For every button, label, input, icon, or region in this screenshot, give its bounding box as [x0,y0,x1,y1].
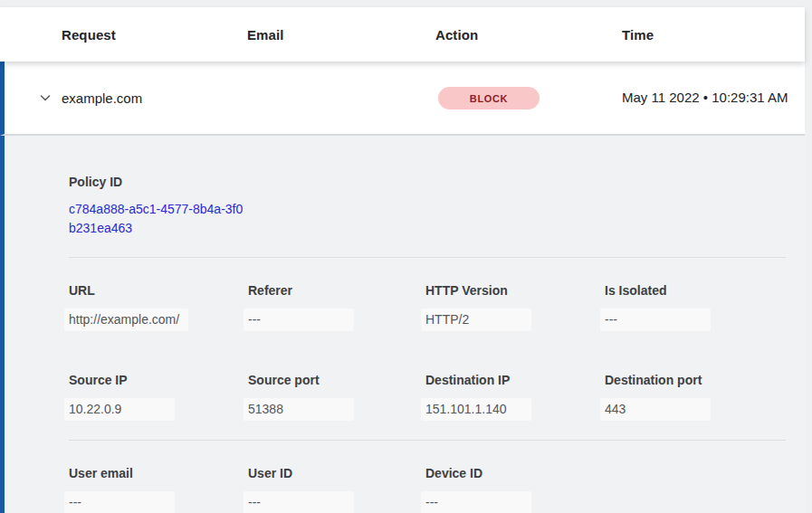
field-device-id: Device ID --- [425,466,605,513]
field-value: --- [425,491,605,513]
column-header-email: Email [247,27,435,43]
table-row[interactable]: example.com BLOCK May 11 2022 • 10:29:31… [0,62,805,136]
field-destination-port: Destination port 443 [605,373,786,421]
field-value: HTTP/2 [425,309,605,331]
field-value-text: http://example.com/ [64,309,188,331]
field-label: User email [69,466,248,480]
field-empty [605,466,786,513]
field-user-email: User email --- [69,466,248,513]
policy-id-link[interactable]: c784a888-a5c1-4577-8b4a-3f0b231ea463 [69,200,245,238]
field-value-text: 10.22.0.9 [64,398,175,421]
field-label: Source port [248,373,425,387]
field-label: Device ID [425,466,605,480]
field-value-text: 443 [600,398,711,421]
row-request-value: example.com [62,90,247,106]
row-time-value: May 11 2022 • 10:29:31 AM [622,87,805,109]
log-table: Request Email Action Time example.com BL… [0,7,805,513]
field-value: 443 [605,398,786,421]
field-value: --- [605,309,786,331]
field-value-text: --- [600,309,711,331]
policy-id-label: Policy ID [69,175,786,189]
field-value: http://example.com/ [69,309,248,331]
field-value-text: HTTP/2 [421,309,531,331]
column-header-request: Request [62,27,247,43]
field-label: User ID [248,466,425,480]
chevron-down-icon [38,90,53,105]
divider [69,440,786,441]
field-referer: Referer --- [248,283,425,331]
field-value-text: --- [244,309,354,331]
field-value-text: 151.101.1.140 [421,398,531,421]
field-value-text: --- [421,491,531,513]
field-label: Source IP [69,373,248,387]
row-details-panel: Policy ID c784a888-a5c1-4577-8b4a-3f0b23… [0,136,805,513]
divider [69,257,786,258]
field-value-text: 51388 [244,398,354,421]
field-value: 51388 [248,398,425,421]
field-value: --- [69,491,248,513]
field-is-isolated: Is Isolated --- [605,283,786,331]
row-expand-toggle[interactable] [5,90,62,105]
field-destination-ip: Destination IP 151.101.1.140 [425,373,605,421]
field-user-id: User ID --- [248,466,425,513]
field-source-ip: Source IP 10.22.0.9 [69,373,248,421]
field-label: Destination port [605,373,786,387]
field-label: HTTP Version [425,283,605,298]
row-action-cell: BLOCK [435,87,622,109]
field-label: Referer [248,283,425,298]
field-value: --- [248,491,425,513]
field-http-version: HTTP Version HTTP/2 [425,283,605,331]
http-fields-grid: URL http://example.com/ Referer --- HTTP… [69,283,786,421]
field-label: Destination IP [425,373,605,387]
field-value: 10.22.0.9 [69,398,248,421]
field-label: URL [69,283,248,298]
action-block-badge: BLOCK [438,87,540,109]
field-value-text: --- [244,491,354,513]
field-url: URL http://example.com/ [69,283,248,331]
field-value: --- [248,309,425,331]
field-label: Is Isolated [605,283,786,298]
field-policy-id: Policy ID c784a888-a5c1-4577-8b4a-3f0b23… [69,175,786,238]
user-fields-grid: User email --- User ID --- Device ID --- [69,466,786,513]
field-value: 151.101.1.140 [425,398,605,421]
table-header: Request Email Action Time [0,7,805,62]
field-value-text: --- [64,491,175,513]
column-header-time: Time [622,27,805,43]
field-source-port: Source port 51388 [248,373,425,421]
column-header-action: Action [435,27,622,43]
